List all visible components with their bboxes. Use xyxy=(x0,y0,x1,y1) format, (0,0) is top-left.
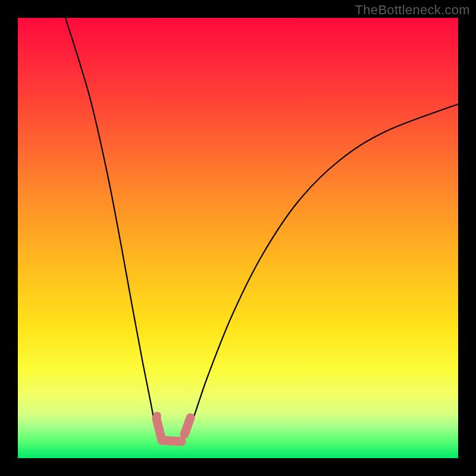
plot-svg xyxy=(18,18,458,458)
highlight-segment-2 xyxy=(184,418,190,434)
highlight-knob xyxy=(153,412,161,420)
highlight-segment-1 xyxy=(162,440,181,441)
plot-area xyxy=(18,18,458,458)
highlight-group xyxy=(156,418,190,441)
bottleneck-curve xyxy=(65,18,458,441)
attribution-text: TheBottleneck.com xyxy=(355,2,470,18)
chart-root: TheBottleneck.com xyxy=(0,0,476,476)
